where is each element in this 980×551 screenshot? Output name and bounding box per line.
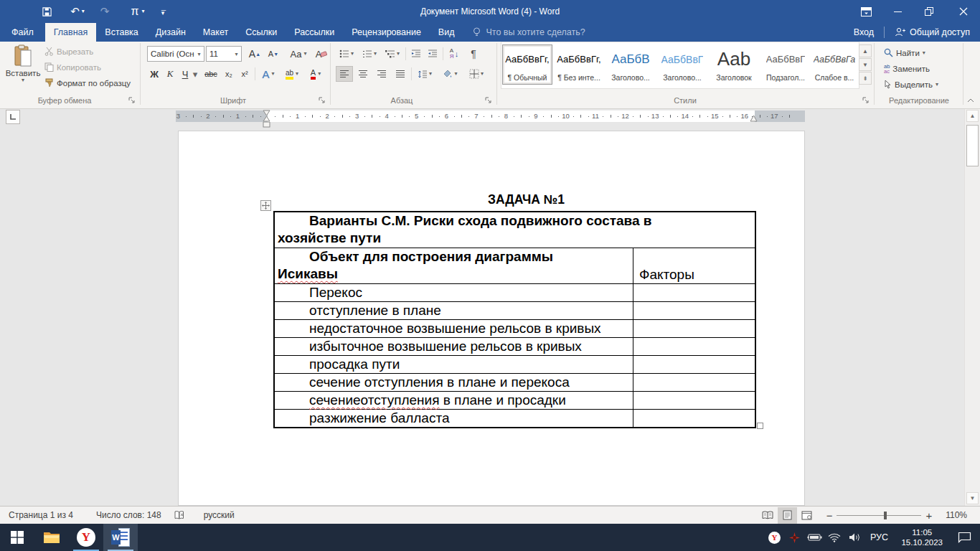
- vertical-scrollbar[interactable]: ▲ ▼: [964, 109, 980, 506]
- subscript-button[interactable]: x₂: [221, 66, 237, 82]
- line-spacing-button[interactable]: ▾: [414, 66, 435, 82]
- close-button[interactable]: [947, 0, 980, 23]
- align-left-button[interactable]: [336, 66, 353, 82]
- right-indent-marker[interactable]: [750, 116, 758, 122]
- document-heading[interactable]: ЗАДАЧА №1: [268, 192, 753, 207]
- paragraph-dialog-launcher[interactable]: [485, 97, 494, 105]
- tab-design[interactable]: Дизайн: [147, 23, 194, 42]
- table-cell-empty[interactable]: [633, 284, 755, 301]
- table-resize-handle[interactable]: [757, 423, 763, 429]
- wifi-icon[interactable]: [826, 527, 842, 548]
- customize-qat-button[interactable]: ─▾: [156, 3, 171, 20]
- styles-more-button[interactable]: ⇟: [859, 72, 872, 85]
- style-subtitle[interactable]: АаБбВвГ Подзагол...: [760, 44, 811, 85]
- table-cell[interactable]: сечение отступления в плане и перекоса: [275, 374, 633, 391]
- font-name-combo[interactable]: Calibri (Оснс▾: [147, 46, 204, 62]
- read-mode-button[interactable]: [758, 507, 778, 524]
- tab-file[interactable]: Файл: [0, 23, 45, 42]
- tray-yandex-icon[interactable]: Y: [766, 527, 782, 548]
- left-indent-marker[interactable]: [263, 122, 270, 128]
- table-row[interactable]: сечение отступления в плане и перекоса: [275, 373, 755, 391]
- borders-button[interactable]: ▾: [464, 66, 489, 82]
- change-case-button[interactable]: Aa▾: [286, 46, 311, 62]
- volume-icon[interactable]: [847, 527, 862, 548]
- font-size-combo[interactable]: 11▾: [206, 46, 242, 62]
- word-app-button[interactable]: W: [103, 524, 138, 551]
- table-col2-header-cell[interactable]: Факторы: [633, 248, 755, 283]
- sign-in-button[interactable]: Вход: [844, 27, 884, 37]
- table-row[interactable]: Объект для построения диаграммыИсикавы Ф…: [275, 248, 755, 283]
- table-cell-empty[interactable]: [633, 320, 755, 337]
- document-page[interactable]: ЗАДАЧА №1 Варианты С.М. Риски схода подв…: [178, 131, 805, 506]
- strikethrough-button[interactable]: abc: [202, 66, 220, 82]
- align-center-button[interactable]: [354, 66, 372, 82]
- zoom-level-button[interactable]: 110%: [939, 507, 980, 524]
- action-center-button[interactable]: [953, 527, 976, 548]
- shrink-font-button[interactable]: A▼: [265, 46, 282, 62]
- tab-insert[interactable]: Вставка: [96, 23, 146, 42]
- language-indicator[interactable]: русский: [197, 507, 241, 524]
- select-button[interactable]: Выделить ▾: [884, 80, 938, 89]
- taskbar-clock[interactable]: 11:05 15.10.2023: [895, 527, 948, 547]
- table-row[interactable]: разжижение балласта: [275, 409, 755, 427]
- ribbon-display-options-button[interactable]: [852, 0, 880, 23]
- table-title-cell[interactable]: Варианты С.М. Риски схода подвижного сос…: [275, 212, 755, 248]
- style-title[interactable]: Aab Заголовок: [709, 44, 759, 85]
- decrease-indent-button[interactable]: [408, 46, 424, 62]
- format-painter-button[interactable]: Формат по образцу: [44, 78, 131, 88]
- scroll-up-button[interactable]: ▲: [966, 110, 979, 122]
- table-cell[interactable]: разжижение балласта: [275, 410, 633, 427]
- increase-indent-button[interactable]: [425, 46, 440, 62]
- share-button[interactable]: Общий доступ: [885, 23, 980, 42]
- superscript-button[interactable]: x²: [237, 66, 253, 82]
- zoom-in-button[interactable]: +: [921, 507, 939, 524]
- justify-button[interactable]: [392, 66, 409, 82]
- table-row[interactable]: недостаточное возвышение рельсов в кривы…: [275, 319, 755, 337]
- zoom-slider-thumb[interactable]: [884, 512, 887, 519]
- tab-review[interactable]: Рецензирование: [343, 23, 430, 42]
- styles-scroll-down-button[interactable]: ▼: [859, 58, 872, 71]
- tab-layout[interactable]: Макет: [194, 23, 237, 42]
- minimize-button[interactable]: [884, 0, 911, 23]
- table-cell[interactable]: отступление в плане: [275, 302, 633, 319]
- style-normal[interactable]: АаБбВвГг, ¶ Обычный: [502, 44, 552, 85]
- underline-caret-icon[interactable]: ▾: [191, 66, 199, 82]
- tab-references[interactable]: Ссылки: [237, 23, 286, 42]
- styles-scroll-up-button[interactable]: ▲: [859, 44, 872, 57]
- horizontal-ruler[interactable]: 3211234567891011121314151617: [176, 110, 805, 122]
- numbering-button[interactable]: ▾: [359, 46, 380, 62]
- tray-antivirus-icon[interactable]: [786, 527, 802, 548]
- style-heading2[interactable]: АаБбВвГ Заголово...: [657, 44, 707, 85]
- document-table[interactable]: Варианты С.М. Риски схода подвижного сос…: [273, 211, 756, 428]
- table-move-handle[interactable]: [260, 200, 271, 211]
- hanging-indent-marker[interactable]: [263, 116, 270, 122]
- file-explorer-button[interactable]: [34, 524, 69, 551]
- battery-icon[interactable]: [806, 527, 822, 548]
- table-cell-empty[interactable]: [633, 356, 755, 373]
- find-button[interactable]: Найти ▾: [884, 48, 925, 57]
- language-switcher[interactable]: РУС: [867, 527, 891, 548]
- table-cell[interactable]: просадка пути: [275, 356, 633, 373]
- table-cell[interactable]: сечениеотступления в плане и просадки: [275, 392, 633, 409]
- table-cell-empty[interactable]: [633, 338, 755, 355]
- equation-button[interactable]: π▾: [123, 3, 152, 20]
- table-cell-empty[interactable]: [633, 374, 755, 391]
- save-button[interactable]: [37, 3, 56, 20]
- restore-button[interactable]: [915, 0, 943, 23]
- zoom-slider[interactable]: [837, 507, 921, 524]
- scroll-down-button[interactable]: ▼: [966, 492, 979, 504]
- first-line-indent-marker[interactable]: [263, 110, 270, 116]
- grow-font-button[interactable]: A▲: [246, 46, 263, 62]
- table-cell-empty[interactable]: [633, 392, 755, 409]
- paste-button[interactable]: Вставить ▾: [4, 44, 42, 92]
- table-row[interactable]: Варианты С.М. Риски схода подвижного сос…: [275, 212, 755, 248]
- table-row[interactable]: отступление в плане: [275, 301, 755, 319]
- page-indicator[interactable]: Страница 1 из 4: [0, 507, 80, 524]
- bullets-button[interactable]: ▾: [336, 46, 357, 62]
- yandex-browser-button[interactable]: Y: [69, 524, 103, 551]
- table-cell[interactable]: недостаточное возвышение рельсов в кривы…: [275, 320, 633, 337]
- word-count[interactable]: Число слов: 148: [90, 507, 168, 524]
- font-dialog-launcher[interactable]: [319, 97, 327, 105]
- table-col1-header-cell[interactable]: Объект для построения диаграммыИсикавы: [275, 248, 633, 283]
- table-cell-empty[interactable]: [633, 410, 755, 427]
